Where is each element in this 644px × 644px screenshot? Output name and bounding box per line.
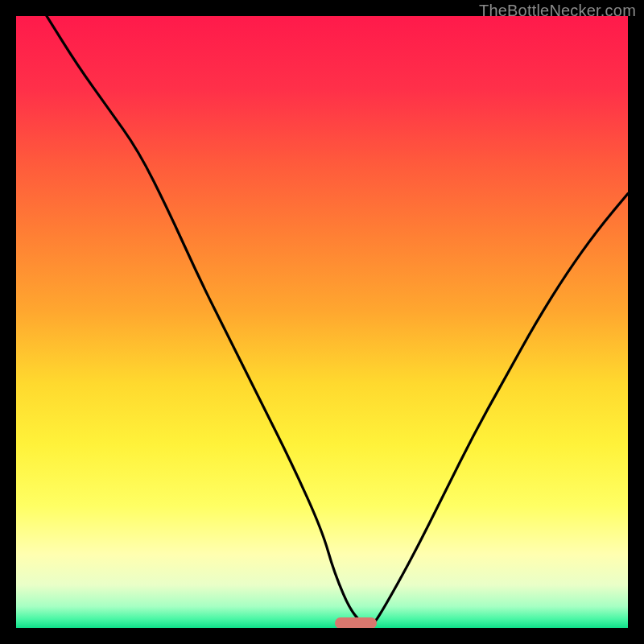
chart-frame: TheBottleNecker.com [0, 0, 644, 644]
optimal-marker [335, 617, 377, 628]
watermark-text: TheBottleNecker.com [479, 2, 636, 20]
plot-area [16, 16, 628, 628]
bottleneck-curve [16, 16, 628, 628]
